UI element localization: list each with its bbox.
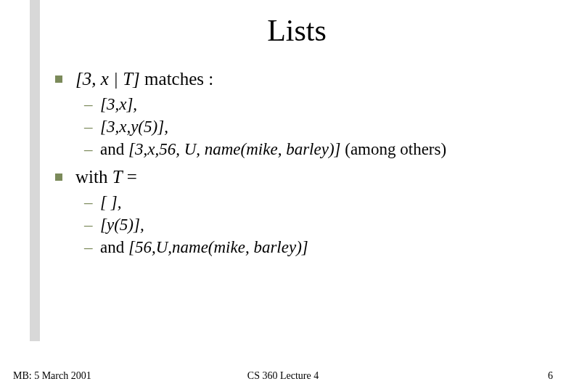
sub-expr: [3,x,y(5)], bbox=[100, 118, 168, 136]
dash-bullet-icon: – bbox=[84, 93, 93, 115]
bullet-item: with T = bbox=[75, 165, 544, 189]
dash-bullet-icon: – bbox=[84, 115, 93, 138]
sub-expr: [56,U,name(mike, barley)] bbox=[128, 238, 308, 256]
footer-page-number: 6 bbox=[548, 370, 553, 382]
dash-bullet-icon: – bbox=[84, 213, 93, 236]
footer-center: CS 360 Lecture 4 bbox=[13, 370, 553, 382]
sub-expr: [3,x,56, U, name(mike, barley)] bbox=[128, 140, 341, 158]
sub-bullet-item: – [3,x,y(5)], bbox=[100, 115, 544, 138]
dash-bullet-icon: – bbox=[84, 236, 93, 258]
sub-bullet-item: – [y(5)], bbox=[100, 213, 544, 236]
bullet-text: matches : bbox=[140, 69, 213, 89]
sub-bullet-item: – and [56,U,name(mike, barley)] bbox=[100, 236, 544, 258]
square-bullet-icon bbox=[55, 75, 62, 83]
side-decoration bbox=[30, 0, 40, 341]
slide: Lists [3, x | T] matches : – [3,x], – [3… bbox=[0, 0, 566, 392]
sub-prefix: and bbox=[100, 238, 128, 256]
sub-bullet-item: – [ ], bbox=[100, 191, 544, 213]
bullet-prefix: with bbox=[75, 167, 112, 187]
bullet-var: T bbox=[112, 167, 123, 187]
sub-bullet-item: – and [3,x,56, U, name(mike, barley)] (a… bbox=[100, 138, 544, 160]
sub-bullet-item: – [3,x], bbox=[100, 93, 544, 115]
slide-title: Lists bbox=[49, 13, 544, 48]
sub-prefix: and bbox=[100, 140, 128, 158]
dash-bullet-icon: – bbox=[84, 191, 93, 213]
dash-bullet-icon: – bbox=[84, 138, 93, 160]
sub-expr: [y(5)], bbox=[100, 216, 144, 234]
sub-suffix: (among others) bbox=[341, 140, 447, 158]
square-bullet-icon bbox=[55, 173, 62, 181]
sub-expr: [3,x], bbox=[100, 95, 137, 113]
slide-footer: MB: 5 March 2001 CS 360 Lecture 4 6 bbox=[13, 370, 553, 382]
sub-expr: [ ], bbox=[100, 193, 121, 211]
slide-content: [3, x | T] matches : – [3,x], – [3,x,y(5… bbox=[75, 67, 544, 258]
bullet-item: [3, x | T] matches : bbox=[75, 67, 544, 91]
pattern-expr: [3, x | T] bbox=[75, 69, 140, 89]
bullet-suffix: = bbox=[123, 167, 137, 187]
footer-left: MB: 5 March 2001 bbox=[13, 370, 91, 382]
